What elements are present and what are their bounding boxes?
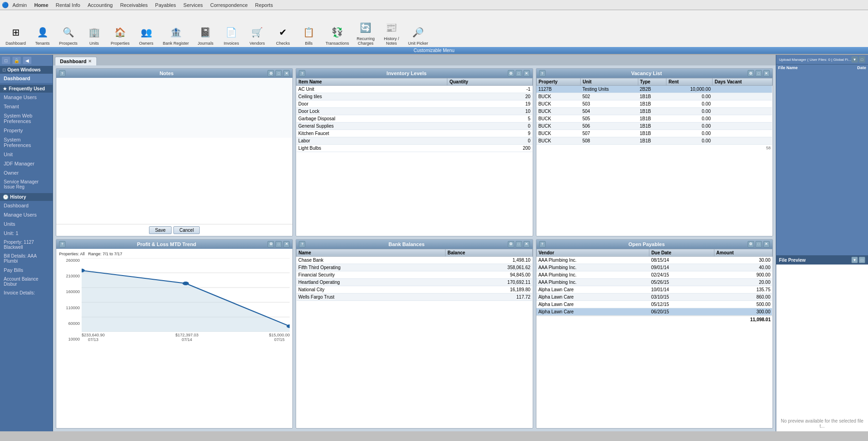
notes-textarea[interactable] — [56, 78, 292, 138]
history-item-account-balance[interactable]: Account Balance Disbur — [0, 275, 53, 288]
sidebar-item-unit[interactable]: Unit — [0, 150, 53, 159]
ribbon-prospects[interactable]: 🔍 Prospects — [57, 23, 79, 47]
inventory-row[interactable]: General Supplies0 — [297, 123, 532, 130]
inventory-close-btn[interactable]: ✕ — [523, 70, 530, 76]
history-item-manage-users[interactable]: Manage Users — [0, 210, 53, 219]
menu-home[interactable]: Home — [34, 2, 48, 8]
sidebar-item-tenant[interactable]: Tenant — [0, 102, 53, 111]
vacancy-row[interactable]: BUCK5041B1B0.00 — [536, 108, 772, 115]
vacancy-row[interactable]: BUCK5071B1B0.00 — [536, 130, 772, 137]
notes-save-btn[interactable]: Save — [149, 226, 172, 234]
bank-row[interactable]: Chase Bank1,498.10 — [297, 256, 532, 264]
menu-admin[interactable]: Admin — [12, 2, 27, 8]
ribbon-transactions[interactable]: 💱 Transactions — [324, 23, 351, 47]
history-item-invoice-details[interactable]: Invoice Details: — [0, 288, 53, 297]
menu-accounting[interactable]: Accounting — [88, 2, 113, 8]
bank-row[interactable]: Fifth Third Operating358,061.62 — [297, 264, 532, 271]
payables-row[interactable]: AAA Plumbing Inc.02/24/15900.00 — [536, 271, 772, 278]
pl-restore-btn[interactable]: □ — [275, 241, 282, 247]
ribbon-history-notes[interactable]: 📰 History /Notes — [380, 18, 403, 47]
vacancy-row[interactable]: BUCK5031B1B0.00 — [536, 100, 772, 108]
ribbon-units[interactable]: 🏢 Units — [83, 23, 105, 47]
payables-row[interactable]: Alpha Lawn Care05/12/15500.00 — [536, 300, 772, 308]
payables-help-btn[interactable]: ? — [539, 241, 546, 247]
inventory-row[interactable]: AC Unit-1 — [297, 86, 532, 93]
ribbon-unit-picker[interactable]: 🔎 Unit Picker — [406, 23, 430, 47]
bank-row[interactable]: Financial Security94,845.00 — [297, 271, 532, 278]
bank-restore-btn[interactable]: □ — [516, 241, 522, 247]
ribbon-vendors[interactable]: 🛒 Vendors — [246, 23, 268, 47]
bank-row[interactable]: National City16,189.80 — [297, 286, 532, 293]
vacancy-row[interactable]: BUCK5051B1B0.00 — [536, 115, 772, 123]
inventory-restore-btn[interactable]: □ — [516, 70, 522, 76]
sidebar-toggle-btn[interactable]: □ — [1, 56, 11, 65]
sidebar-item-property[interactable]: Property — [0, 126, 53, 135]
ribbon-recurring-charges[interactable]: 🔄 RecurringCharges — [355, 18, 377, 47]
history-item-units[interactable]: Units — [0, 219, 53, 229]
payables-row[interactable]: Alpha Lawn Care03/10/15860.00 — [536, 293, 772, 300]
payables-close-btn[interactable]: ✕ — [763, 241, 770, 247]
inventory-row[interactable]: Door Lock10 — [297, 108, 532, 115]
vacancy-row[interactable]: 1127BTesting Units2B2B10,000.00 — [536, 86, 772, 93]
sidebar-item-dashboard[interactable]: Dashboard — [0, 74, 53, 83]
bank-row[interactable]: Wells Fargo Trust117.72 — [297, 293, 532, 300]
history-item-unit1[interactable]: Unit: 1 — [0, 229, 53, 238]
vacancy-row[interactable]: BUCK5061B1B0.00 — [536, 123, 772, 130]
vacancy-row[interactable]: BUCK5021B1B0.00 — [536, 93, 772, 100]
payables-row[interactable]: AAA Plumbing Inc.08/15/1430.00 — [536, 256, 772, 264]
inventory-row[interactable]: Light Bulbs200 — [297, 145, 532, 152]
right-panel-btn1[interactable]: ▼ — [851, 56, 858, 63]
inventory-help-btn[interactable]: ? — [299, 70, 305, 76]
sidebar-item-system-prefs[interactable]: System Preferences — [0, 135, 53, 150]
notes-help-btn[interactable]: ? — [59, 70, 65, 76]
ribbon-bank-register[interactable]: 🏦 Bank Register — [161, 23, 191, 47]
payables-restore-btn[interactable]: □ — [755, 241, 762, 247]
inventory-settings-btn[interactable]: ⚙ — [508, 70, 514, 76]
inventory-row[interactable]: Garbage Disposal5 — [297, 115, 532, 123]
history-item-pay-bills[interactable]: Pay Bills — [0, 265, 53, 275]
notes-settings-btn[interactable]: ⚙ — [268, 70, 274, 76]
inventory-row[interactable]: Ceiling tiles20 — [297, 93, 532, 100]
vacancy-help-btn[interactable]: ? — [539, 70, 546, 76]
notes-cancel-btn[interactable]: Cancel — [173, 226, 200, 234]
ribbon-owners[interactable]: 👥 Owners — [135, 23, 157, 47]
vacancy-row[interactable]: BUCK5081B1B0.00 — [536, 137, 772, 145]
sidebar-item-owner[interactable]: Owner — [0, 168, 53, 177]
sidebar-item-service-manager[interactable]: Service Manager Issue Reg — [0, 177, 53, 191]
payables-row[interactable]: Alpha Lawn Care10/01/14135.75 — [536, 286, 772, 293]
menu-rental-info[interactable]: Rental Info — [56, 2, 80, 8]
ribbon-journals[interactable]: 📓 Journals — [195, 23, 217, 47]
menu-services[interactable]: Services — [184, 2, 203, 8]
ribbon-bills[interactable]: 📋 Bills — [298, 23, 320, 47]
ribbon-properties[interactable]: 🏠 Properties — [109, 23, 131, 47]
file-preview-btn2[interactable]: □ — [859, 257, 865, 263]
history-item-property[interactable]: Property: 1127 Blackwell — [0, 238, 53, 252]
ribbon-invoices[interactable]: 📄 Invoices — [220, 23, 243, 47]
file-preview-btn1[interactable]: ▼ — [851, 257, 858, 263]
sidebar-item-system-web-prefs[interactable]: System Web Preferences — [0, 111, 53, 126]
sidebar-lock-btn[interactable]: 🔒 — [12, 56, 21, 65]
ribbon-checks[interactable]: ✔ Checks — [272, 23, 294, 47]
notes-restore-btn[interactable]: □ — [275, 70, 282, 76]
tab-dashboard-close[interactable]: ✕ — [88, 59, 92, 64]
payables-row[interactable]: Alpha Lawn Care06/20/15300.00 — [536, 308, 772, 315]
menu-correspondence[interactable]: Correspondence — [210, 2, 248, 8]
pl-settings-btn[interactable]: ⚙ — [268, 241, 274, 247]
vacancy-settings-btn[interactable]: ⚙ — [748, 70, 754, 76]
sidebar-item-jdf-manager[interactable]: JDF Manager — [0, 159, 53, 168]
history-item-dashboard[interactable]: Dashboard — [0, 201, 53, 210]
sidebar-collapse-btn[interactable]: ◀ — [23, 56, 32, 65]
vacancy-close-btn[interactable]: ✕ — [763, 70, 770, 76]
vacancy-restore-btn[interactable]: □ — [755, 70, 762, 76]
menu-reports[interactable]: Reports — [255, 2, 273, 8]
menu-payables[interactable]: Payables — [155, 2, 176, 8]
bank-close-btn[interactable]: ✕ — [523, 241, 530, 247]
right-panel-btn2[interactable]: □ — [859, 56, 865, 63]
bank-help-btn[interactable]: ? — [299, 241, 305, 247]
pl-help-btn[interactable]: ? — [59, 241, 65, 247]
history-item-bill-details[interactable]: Bill Details: AAA Plumbi — [0, 252, 53, 265]
inventory-row[interactable]: Door19 — [297, 100, 532, 108]
menu-receivables[interactable]: Receivables — [120, 2, 148, 8]
notes-close-btn[interactable]: ✕ — [283, 70, 290, 76]
payables-settings-btn[interactable]: ⚙ — [748, 241, 754, 247]
